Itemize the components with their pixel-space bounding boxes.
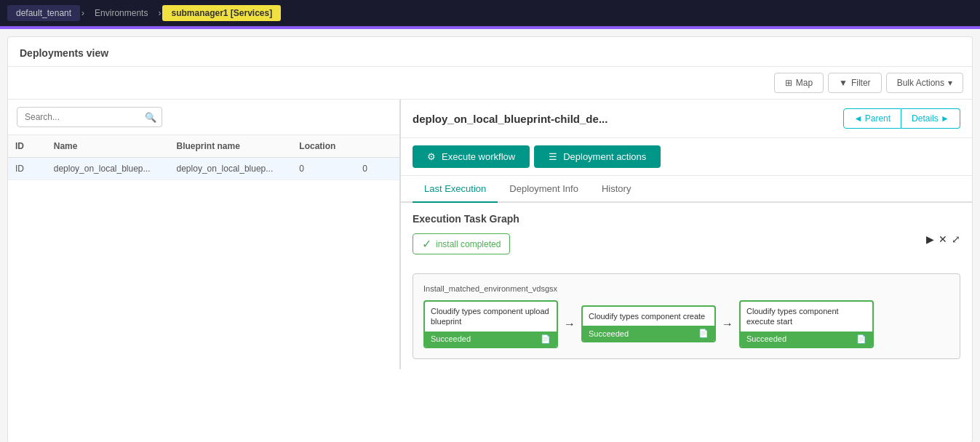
node-status-label: Succeeded — [746, 334, 786, 343]
node-title: Cloudify types component execute start — [741, 302, 872, 332]
map-label: Map — [796, 78, 813, 88]
breadcrumb-environments[interactable]: Environments — [86, 5, 156, 21]
toolbar-row: ⊞ Map ▼ Filter Bulk Actions ▾ — [8, 67, 972, 100]
node-status: Succeeded 📄 — [425, 332, 557, 347]
workflow-node: Cloudify types component create Succeede… — [581, 305, 716, 342]
graph-title: Execution Task Graph — [413, 213, 960, 225]
deployment-title: deploy_on_local_blueprint-child_de... — [413, 113, 607, 125]
cell-icon1: 0 — [354, 158, 377, 180]
search-input[interactable] — [17, 107, 162, 127]
workflow-nodes: Cloudify types component upload blueprin… — [423, 300, 949, 348]
map-icon: ⊞ — [785, 78, 792, 88]
table-header-row: ID Name Blueprint name Location — [8, 135, 399, 158]
col-header-name: Name — [47, 135, 170, 158]
play-button[interactable]: ▶ — [926, 233, 934, 245]
install-badge-label: install completed — [436, 239, 501, 249]
right-panel: deploy_on_local_blueprint-child_de... ◄ … — [401, 100, 972, 369]
cell-location: 0 — [292, 158, 353, 180]
col-header-icon1 — [354, 135, 377, 158]
workflow-label: Install_matched_environment_vdsgsx — [423, 284, 949, 293]
node-title: Cloudify types component create — [583, 307, 714, 326]
tab-last-execution[interactable]: Last Execution — [413, 176, 498, 203]
cell-icon2 — [376, 158, 399, 180]
tab-deployment-info[interactable]: Deployment Info — [498, 176, 590, 203]
install-badge: ✓ install completed — [413, 233, 510, 254]
search-container: 🔍 — [8, 100, 399, 135]
action-buttons: ⚙ Execute workflow ☰ Deployment actions — [401, 138, 972, 176]
fullscreen-button[interactable]: ⤢ — [952, 233, 960, 245]
execute-workflow-button[interactable]: ⚙ Execute workflow — [413, 145, 530, 168]
node-status-label: Succeeded — [431, 334, 471, 343]
filter-button[interactable]: ▼ Filter — [828, 73, 882, 93]
node-status-icon: 📄 — [856, 334, 867, 344]
tabs-row: Last Execution Deployment Info History — [401, 176, 972, 203]
col-header-blueprint: Blueprint name — [170, 135, 292, 158]
breadcrumb-bar: default_tenant › Environments › submanag… — [0, 0, 980, 26]
deployments-table: ID Name Blueprint name Location ID deplo… — [8, 135, 399, 180]
map-button[interactable]: ⊞ Map — [774, 73, 824, 93]
workflow-container: Install_matched_environment_vdsgsx Cloud… — [413, 273, 960, 359]
search-input-wrapper: 🔍 — [17, 107, 162, 127]
node-status-label: Succeeded — [589, 329, 629, 338]
breadcrumb-arrow-1: › — [80, 8, 86, 18]
content-layout: 🔍 ID Name Blueprint name Location — [8, 100, 972, 369]
filter-label: Filter — [851, 78, 871, 88]
deployment-actions-label: Deployment actions — [563, 151, 646, 162]
bulk-actions-button[interactable]: Bulk Actions ▾ — [886, 73, 963, 93]
node-arrow: → — [558, 318, 581, 331]
node-status: Succeeded 📄 — [583, 326, 714, 341]
search-icon: 🔍 — [145, 112, 156, 123]
col-header-location: Location — [292, 135, 353, 158]
deployment-actions-button[interactable]: ☰ Deployment actions — [534, 145, 661, 168]
node-status: Succeeded 📄 — [741, 332, 872, 347]
workflow-node: Cloudify types component upload blueprin… — [423, 300, 558, 348]
parent-button[interactable]: ◄ Parent — [843, 108, 902, 129]
execute-workflow-label: Execute workflow — [442, 151, 515, 162]
node-arrow: → — [716, 318, 739, 331]
details-button[interactable]: Details ► — [901, 108, 960, 129]
parent-details-buttons: ◄ Parent Details ► — [843, 108, 960, 129]
col-header-icon2 — [376, 135, 399, 158]
deployments-view-title: Deployments view — [8, 37, 972, 67]
bulk-actions-chevron-icon: ▾ — [948, 78, 952, 88]
table-row[interactable]: ID deploy_on_local_bluep... deploy_on_lo… — [8, 158, 399, 180]
graph-controls: ▶ ✕ ⤢ — [926, 233, 960, 245]
cell-name: deploy_on_local_bluep... — [47, 158, 170, 180]
tab-history[interactable]: History — [590, 176, 642, 203]
cell-id: ID — [8, 158, 47, 180]
bulk-actions-label: Bulk Actions — [897, 78, 944, 88]
node-status-icon: 📄 — [698, 329, 709, 338]
left-panel: 🔍 ID Name Blueprint name Location — [8, 100, 401, 369]
filter-icon: ▼ — [839, 78, 848, 88]
deployment-actions-icon: ☰ — [549, 151, 557, 162]
expand-button[interactable]: ✕ — [939, 233, 947, 245]
node-status-icon: 📄 — [541, 334, 551, 344]
node-title: Cloudify types component upload blueprin… — [425, 302, 557, 332]
main-content: Deployments view ⊞ Map ▼ Filter Bulk Act… — [7, 36, 973, 442]
breadcrumb-arrow-2: › — [156, 8, 162, 18]
right-panel-header: deploy_on_local_blueprint-child_de... ◄ … — [401, 100, 972, 138]
purple-separator — [0, 26, 980, 29]
checkmark-icon: ✓ — [422, 237, 431, 251]
cell-blueprint: deploy_on_local_bluep... — [170, 158, 292, 180]
breadcrumb-active[interactable]: submanager1 [Services] — [162, 5, 281, 21]
execute-icon: ⚙ — [427, 151, 436, 162]
breadcrumb-default-tenant[interactable]: default_tenant — [7, 5, 80, 21]
col-header-id: ID — [8, 135, 47, 158]
workflow-node: Cloudify types component execute start S… — [739, 300, 874, 348]
execution-graph-container: Execution Task Graph ✓ install completed… — [401, 203, 972, 369]
